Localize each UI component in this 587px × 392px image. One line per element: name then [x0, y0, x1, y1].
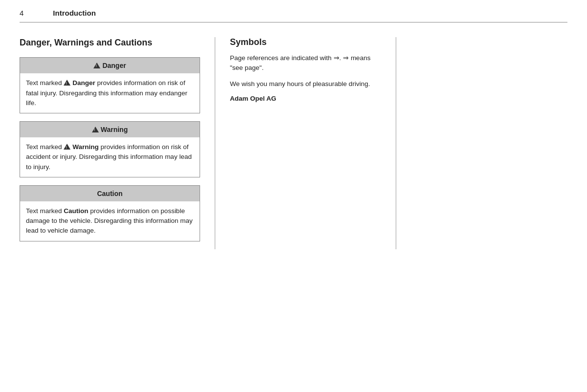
left-column: Danger, Warnings and Cautions Danger Tex… [20, 37, 215, 249]
caution-header-label: Caution [97, 190, 122, 197]
danger-triangle-inline [64, 80, 70, 86]
danger-header-label: Danger [102, 62, 126, 69]
danger-triangle-icon [93, 63, 100, 68]
symbols-paragraph2: We wish you many hours of pleasurable dr… [230, 79, 381, 89]
warning-header-label: Warning [101, 126, 128, 133]
right-column [396, 37, 567, 249]
warning-body-prefix: Text marked [26, 143, 64, 151]
company-name: Adam Opel AG [230, 95, 381, 102]
caution-box: Caution Text marked Caution provides inf… [20, 185, 200, 241]
warning-box: Warning Text marked Warning provides inf… [20, 121, 200, 177]
danger-body-prefix: Text marked [26, 79, 64, 87]
caution-header: Caution [20, 186, 200, 201]
page-header: 4 Introduction [0, 0, 587, 22]
left-section-heading: Danger, Warnings and Cautions [20, 37, 200, 48]
danger-body: Text marked Danger provides information … [20, 73, 200, 113]
warning-header: Warning [20, 122, 200, 137]
danger-header: Danger [20, 58, 200, 73]
warning-triangle-icon [92, 127, 99, 132]
warning-body: Text marked Warning provides information… [20, 137, 200, 177]
page-number: 4 [20, 9, 23, 17]
caution-body-prefix: Text marked [26, 207, 64, 215]
warning-body-label: Warning [72, 143, 99, 151]
danger-body-label: Danger [72, 79, 95, 87]
caution-body-label: Caution [64, 207, 88, 215]
page-title: Introduction [53, 9, 95, 17]
warning-triangle-inline [64, 144, 70, 150]
middle-column: Symbols Page references are indicated wi… [215, 37, 396, 249]
caution-body: Text marked Caution provides information… [20, 201, 200, 241]
content-area: Danger, Warnings and Cautions Danger Tex… [0, 22, 587, 264]
danger-box: Danger Text marked Danger provides infor… [20, 57, 200, 113]
symbols-paragraph1: Page references are indicated with ⇒. ⇒ … [230, 53, 381, 73]
symbols-heading: Symbols [230, 37, 381, 47]
